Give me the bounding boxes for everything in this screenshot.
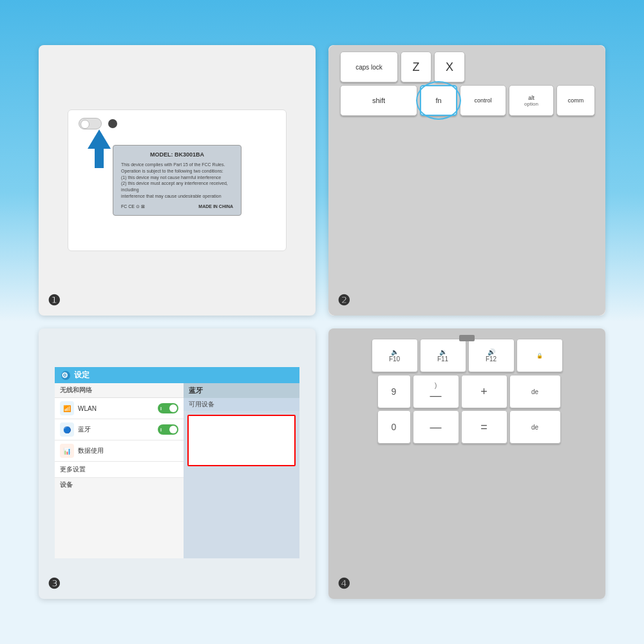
- key-minus-top[interactable]: ) —: [413, 375, 459, 408]
- step-3-number: ❸: [48, 576, 61, 592]
- key-command[interactable]: comm: [556, 85, 595, 116]
- settings-left-panel: 无线和网络 📶 WLAN I 🔵 蓝牙 I: [55, 383, 184, 558]
- key-f10[interactable]: 🔈 F10: [372, 339, 418, 372]
- switch-area: [79, 118, 117, 129]
- data-usage-label: 数据使用: [78, 446, 178, 455]
- key-f12[interactable]: 🔊 F12: [468, 339, 515, 372]
- camera-dot: [108, 119, 117, 128]
- step-1-number: ❶: [48, 292, 61, 309]
- wifi-icon: 📶: [60, 401, 74, 415]
- kb4-row-2: 0 — = de: [332, 410, 601, 444]
- key-control[interactable]: control: [460, 85, 506, 116]
- blue-arrow: [88, 129, 111, 168]
- devices-section-label: 设备: [55, 478, 184, 492]
- wlan-label: WLAN: [78, 405, 154, 412]
- key-0[interactable]: 0: [377, 410, 411, 444]
- bluetooth-icon: 🔵: [60, 422, 74, 437]
- key-equals[interactable]: =: [461, 410, 507, 444]
- panel-4: 🔈 F10 🔉 F11 🔊 F12 🔒 9: [328, 328, 605, 599]
- fn-key-container: fn: [420, 85, 457, 116]
- model-desc: This device complies with Part 15 of the…: [121, 162, 233, 200]
- model-title: MODEL: BK3001BA: [121, 151, 233, 159]
- kb-row-2: shift fn control alt option comm: [334, 85, 600, 116]
- power-toggle[interactable]: [79, 118, 102, 129]
- model-label: MODEL: BK3001BA This device complies wit…: [113, 145, 242, 215]
- device-back: MODEL: BK3001BA This device complies wit…: [68, 109, 287, 251]
- key-alt-option[interactable]: alt option: [509, 85, 554, 116]
- step-2-number: ❷: [337, 292, 350, 309]
- key-9[interactable]: 9: [377, 375, 411, 408]
- settings-header: ⚙ 设定: [55, 367, 299, 383]
- key-capslock[interactable]: caps lock: [340, 52, 398, 82]
- gear-icon: ⚙: [61, 371, 70, 380]
- wlan-toggle[interactable]: I: [158, 403, 178, 413]
- wireless-section-label: 无线和网络: [55, 383, 184, 398]
- toggle-knob: [80, 120, 90, 129]
- key-delete-bottom[interactable]: de: [509, 410, 561, 444]
- key-shift[interactable]: shift: [340, 85, 417, 116]
- data-icon: 📊: [60, 444, 74, 458]
- bluetooth-toggle[interactable]: I: [158, 424, 178, 435]
- wlan-item[interactable]: 📶 WLAN I: [55, 398, 184, 419]
- bt-panel-title: 蓝牙: [184, 383, 299, 398]
- main-grid: MODEL: BK3001BA This device complies wit…: [39, 45, 605, 599]
- panel-3: ⚙ 设定 无线和网络 📶 WLAN I 🔵 蓝牙: [39, 328, 316, 599]
- settings-screen: ⚙ 设定 无线和网络 📶 WLAN I 🔵 蓝牙: [55, 367, 299, 560]
- bluetooth-item[interactable]: 🔵 蓝牙 I: [55, 419, 184, 440]
- available-devices-label: 可用设备: [184, 398, 299, 411]
- key-f11[interactable]: 🔉 F11: [420, 339, 466, 372]
- kb4-row-fkeys: 🔈 F10 🔉 F11 🔊 F12 🔒: [332, 339, 601, 372]
- data-usage-item[interactable]: 📊 数据使用: [55, 440, 184, 462]
- key-z[interactable]: Z: [401, 52, 431, 82]
- key-delete-top[interactable]: de: [509, 375, 561, 408]
- bluetooth-label: 蓝牙: [78, 425, 154, 434]
- key-plus[interactable]: +: [461, 375, 507, 408]
- model-logos: FC CE ⊙ ⊠ MADE IN CHINA: [121, 204, 233, 210]
- key-minus-bottom[interactable]: —: [413, 410, 459, 444]
- available-devices-box: [187, 415, 296, 466]
- usb-connector: [459, 335, 475, 341]
- key-x[interactable]: X: [434, 52, 465, 82]
- settings-title: 设定: [74, 370, 90, 381]
- kb-row-1: caps lock Z X: [334, 52, 600, 82]
- more-settings-item[interactable]: 更多设置: [55, 462, 184, 478]
- key-lock[interactable]: 🔒: [516, 339, 563, 372]
- kb4-row-1: 9 ) — + de: [332, 375, 601, 408]
- panel-1: MODEL: BK3001BA This device complies wit…: [39, 45, 316, 316]
- settings-right-panel: 蓝牙 可用设备: [184, 383, 299, 558]
- panel-2: caps lock Z X shift fn: [328, 45, 605, 316]
- keyboard-view-4: 🔈 F10 🔉 F11 🔊 F12 🔒 9: [328, 328, 605, 599]
- step-4-number: ❹: [337, 576, 350, 592]
- keyboard-view-2: caps lock Z X shift fn: [328, 45, 605, 316]
- key-fn[interactable]: fn: [420, 85, 457, 116]
- settings-content: 无线和网络 📶 WLAN I 🔵 蓝牙 I: [55, 383, 299, 558]
